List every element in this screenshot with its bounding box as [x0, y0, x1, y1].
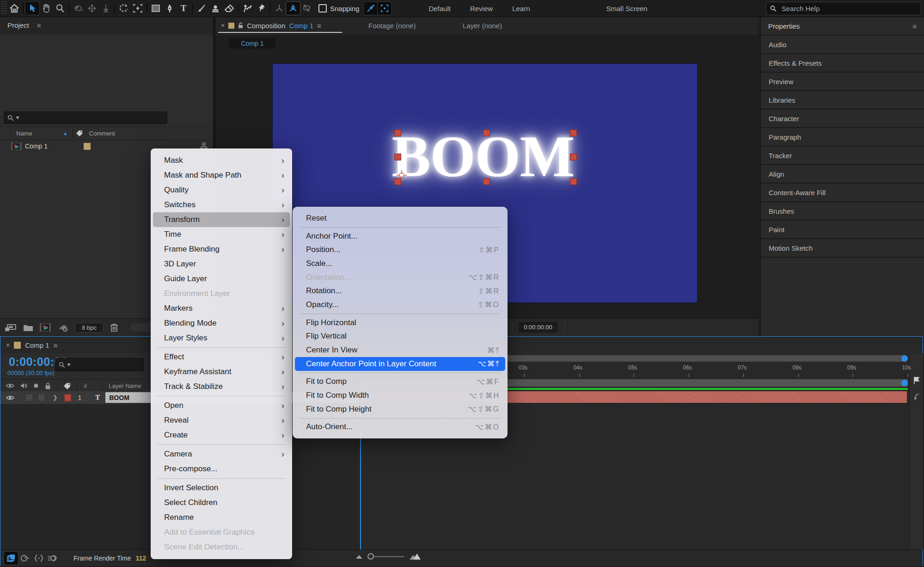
- timeline-panel-menu-icon[interactable]: ≡: [54, 341, 58, 349]
- menu-item-center-in-view[interactable]: Center In View⌘⤒: [295, 343, 505, 357]
- workspace-tab-default[interactable]: Default: [424, 5, 455, 12]
- composition-panel-menu-icon[interactable]: ≡: [317, 22, 322, 30]
- menu-item-switches[interactable]: Switches›: [153, 197, 290, 212]
- menu-item-guide-layer[interactable]: Guide Layer: [153, 271, 290, 286]
- menu-item-rotation[interactable]: Rotation...⇧⌘R: [295, 284, 505, 298]
- new-composition-icon[interactable]: [40, 323, 51, 332]
- eraser-tool-icon[interactable]: [222, 2, 236, 15]
- audio-column-speaker-icon[interactable]: [20, 382, 27, 389]
- zoom-in-mountains-icon[interactable]: [409, 553, 421, 560]
- rail-panel-audio[interactable]: Audio: [761, 36, 924, 54]
- properties-panel-header[interactable]: Properties ≡: [761, 17, 924, 36]
- menu-item-transform[interactable]: Transform›: [153, 212, 290, 227]
- pen-quill-icon[interactable]: [913, 393, 920, 401]
- close-tab-icon[interactable]: ×: [6, 341, 10, 349]
- comp-marker-bin-icon[interactable]: [913, 376, 920, 385]
- snapping-toggle[interactable]: Snapping: [318, 4, 359, 12]
- rail-panel-character[interactable]: Character: [761, 110, 924, 128]
- project-panel-menu-icon[interactable]: ≡: [37, 21, 42, 29]
- zoom-out-mountain-icon[interactable]: [355, 554, 363, 559]
- rail-panel-paragraph[interactable]: Paragraph: [761, 128, 924, 147]
- menu-item-camera[interactable]: Camera›: [153, 447, 290, 462]
- expand-layer-switches-icon[interactable]: [4, 552, 18, 565]
- menu-item-rename[interactable]: Rename: [153, 510, 290, 525]
- menu-item-flip-horizontal[interactable]: Flip Horizontal: [295, 316, 505, 330]
- rail-panel-content-aware-fill[interactable]: Content-Aware Fill: [761, 184, 924, 202]
- selection-tool-icon[interactable]: [25, 2, 39, 15]
- rail-panel-effects-presets[interactable]: Effects & Presets: [761, 54, 924, 73]
- menu-item-markers[interactable]: Markers›: [153, 301, 290, 316]
- lock-column-icon[interactable]: [45, 382, 51, 389]
- interpret-footage-icon[interactable]: [5, 323, 17, 332]
- motion-blur-toggle-icon[interactable]: [46, 552, 60, 565]
- snapping-checkbox[interactable]: [318, 4, 327, 12]
- menu-item-invert-selection[interactable]: Invert Selection: [153, 481, 290, 495]
- menu-item-auto-orient[interactable]: Auto-Orient...⌥⌘O: [295, 420, 505, 434]
- zoom-tool-icon[interactable]: [53, 2, 67, 15]
- rail-panel-align[interactable]: Align: [761, 165, 924, 184]
- layer-label-color-swatch[interactable]: [64, 394, 72, 401]
- workspace-tab-learn[interactable]: Learn: [508, 5, 534, 12]
- menu-item-open[interactable]: Open›: [153, 398, 290, 413]
- pan-camera-tool-icon[interactable]: [85, 2, 99, 15]
- selection-handle[interactable]: [570, 178, 577, 185]
- dolly-camera-tool-icon[interactable]: [99, 2, 113, 15]
- label-color-column-icon[interactable]: [76, 130, 83, 136]
- comp-label-color-swatch[interactable]: [228, 23, 234, 29]
- layer-switch-box[interactable]: [25, 394, 33, 401]
- clone-stamp-tool-icon[interactable]: [208, 2, 222, 15]
- footage-tab[interactable]: Footage (none): [368, 17, 416, 34]
- snap-beyond-edges-icon[interactable]: [378, 2, 392, 15]
- menu-item-anchor-point[interactable]: Anchor Point...: [295, 229, 505, 243]
- menu-item-frame-blending[interactable]: Frame Blending›: [153, 242, 290, 257]
- menu-item-quality[interactable]: Quality›: [153, 183, 290, 197]
- search-options-caret-icon[interactable]: [67, 364, 71, 366]
- puppet-pin-tool-icon[interactable]: [254, 2, 268, 15]
- selection-handle[interactable]: [394, 129, 401, 136]
- menu-item-blending-mode[interactable]: Blending Mode›: [153, 316, 290, 331]
- project-search[interactable]: [4, 111, 167, 124]
- selection-handle[interactable]: [483, 129, 490, 136]
- menu-item-pre-compose[interactable]: Pre-compose...: [153, 462, 290, 476]
- current-time-display[interactable]: 0:00:00:00: [519, 322, 557, 333]
- workspace-tab-small-screen[interactable]: Small Screen: [602, 5, 652, 12]
- help-search-input[interactable]: [781, 4, 917, 13]
- menu-item-time[interactable]: Time›: [153, 227, 290, 242]
- timeline-zoom-slider[interactable]: [355, 553, 421, 560]
- rectangle-tool-icon[interactable]: [149, 2, 163, 15]
- trash-icon[interactable]: [110, 323, 118, 332]
- viewer-comp-button[interactable]: Comp 1: [229, 38, 275, 49]
- properties-panel-menu-icon[interactable]: ≡: [912, 22, 917, 30]
- menu-item-mask[interactable]: Mask›: [153, 153, 290, 168]
- help-search[interactable]: [766, 2, 921, 15]
- new-folder-icon[interactable]: [23, 324, 33, 332]
- menu-item-flip-vertical[interactable]: Flip Vertical: [295, 330, 505, 344]
- adjustment-layer-icon[interactable]: [57, 323, 68, 332]
- camera-frame-tool-icon[interactable]: [131, 2, 145, 15]
- navigator-end-handle[interactable]: [901, 355, 908, 362]
- column-name[interactable]: Name: [16, 130, 32, 137]
- roto-brush-tool-icon[interactable]: [240, 2, 254, 15]
- rail-panel-motion-sketch[interactable]: Motion Sketch: [761, 239, 924, 258]
- column-comment[interactable]: Comment: [89, 130, 115, 137]
- rail-panel-paint[interactable]: Paint: [761, 221, 924, 239]
- rail-panel-libraries[interactable]: Libraries: [761, 91, 924, 110]
- bit-depth-toggle[interactable]: 8 bpc: [75, 323, 104, 333]
- selection-handle[interactable]: [570, 129, 577, 136]
- search-options-caret-icon[interactable]: [16, 117, 19, 119]
- menu-item-layer-styles[interactable]: Layer Styles›: [153, 331, 290, 345]
- selection-handle[interactable]: [483, 178, 490, 185]
- sort-ascending-icon[interactable]: ▲: [63, 130, 68, 136]
- menu-item-effect[interactable]: Effect›: [153, 350, 290, 364]
- layer-tab[interactable]: Layer (none): [463, 17, 502, 34]
- snap-along-edges-icon[interactable]: [364, 2, 378, 15]
- menu-item-position[interactable]: Position...⇧⌘P: [295, 243, 505, 257]
- rotation-tool-icon[interactable]: [117, 2, 131, 15]
- rail-panel-brushes[interactable]: Brushes: [761, 202, 924, 221]
- orbit-camera-tool-icon[interactable]: [71, 2, 85, 15]
- video-column-eye-icon[interactable]: [6, 383, 14, 388]
- menu-item-reset[interactable]: Reset: [295, 211, 505, 225]
- menu-item-scale[interactable]: Scale...: [295, 257, 505, 271]
- world-axis-mode-icon[interactable]: [286, 2, 300, 15]
- project-item-name[interactable]: Comp 1: [25, 142, 48, 150]
